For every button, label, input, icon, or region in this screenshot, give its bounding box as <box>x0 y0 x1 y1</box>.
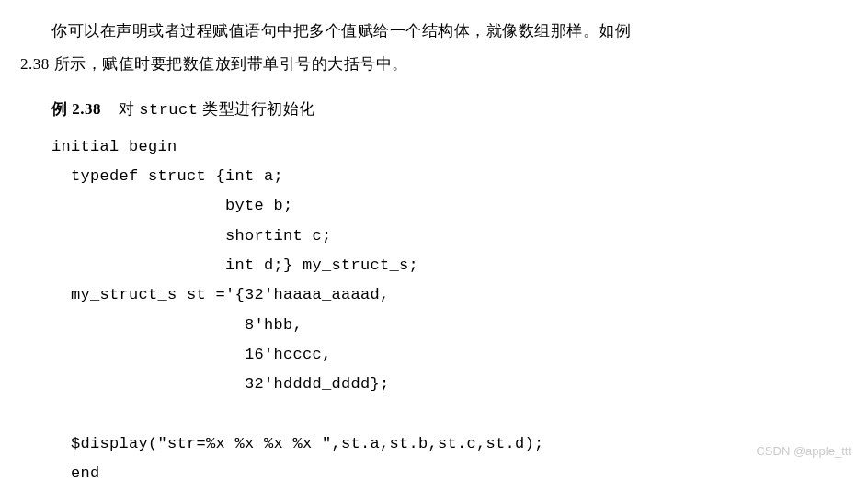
watermark-text: CSDN @apple_ttt <box>756 440 851 463</box>
intro-paragraph-line1: 你可以在声明或者过程赋值语句中把多个值赋给一个结构体，就像数组那样。如例 <box>20 17 848 46</box>
intro-paragraph-line2: 2.38 所示，赋值时要把数值放到带单引号的大括号中。 <box>20 50 848 79</box>
code-listing: initial begin typedef struct {int a; byt… <box>51 132 848 489</box>
example-desc-suffix: 类型进行初始化 <box>198 100 314 118</box>
example-desc-prefix: 对 <box>119 100 139 118</box>
example-title: 例 2.38 对 struct 类型进行初始化 <box>51 95 848 125</box>
example-desc-mono: struct <box>139 101 198 119</box>
example-number: 例 2.38 <box>51 100 101 118</box>
